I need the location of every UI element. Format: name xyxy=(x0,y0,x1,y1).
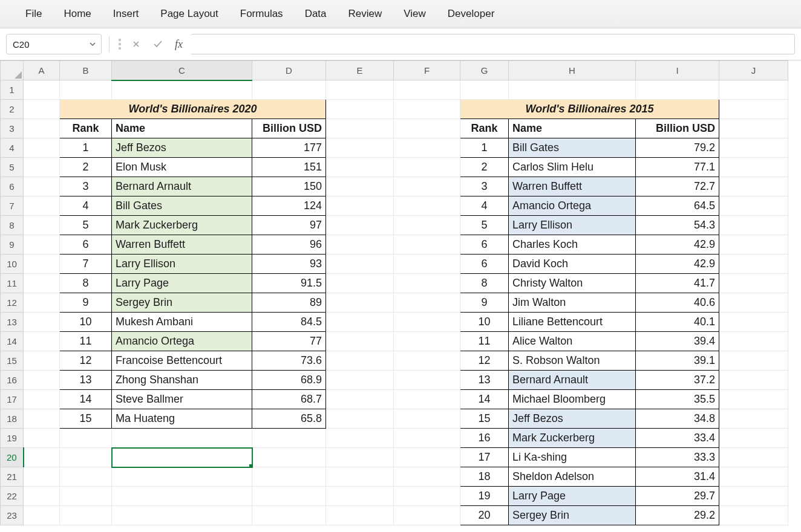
cell-J15[interactable] xyxy=(719,351,788,371)
cell-F3[interactable] xyxy=(394,119,460,138)
cell-D15[interactable]: 73.6 xyxy=(252,351,326,371)
cell-C16[interactable]: Zhong Shanshan xyxy=(112,371,252,390)
cell-I8[interactable]: 54.3 xyxy=(636,216,719,235)
row-header-13[interactable]: 13 xyxy=(1,313,24,332)
cell-I17[interactable]: 35.5 xyxy=(636,390,719,409)
cell-A10[interactable] xyxy=(24,255,60,274)
cell-I21[interactable]: 31.4 xyxy=(636,467,719,487)
cell-B16[interactable]: 13 xyxy=(60,371,112,390)
cell-J2[interactable] xyxy=(719,100,788,119)
cell-A22[interactable] xyxy=(24,487,60,506)
cell-C17[interactable]: Steve Ballmer xyxy=(112,390,252,409)
ribbon-tab-developer[interactable]: Developer xyxy=(437,4,506,24)
cell-I14[interactable]: 39.4 xyxy=(636,332,719,351)
cell-H7[interactable]: Amancio Ortega xyxy=(509,196,636,216)
cell-G15[interactable]: 12 xyxy=(460,351,509,371)
cell-D9[interactable]: 96 xyxy=(252,235,326,255)
cell-I10[interactable]: 42.9 xyxy=(636,255,719,274)
cell-C20[interactable] xyxy=(112,448,252,467)
cell-F17[interactable] xyxy=(394,390,460,409)
cell-G20[interactable]: 17 xyxy=(460,448,509,467)
cell-A6[interactable] xyxy=(24,177,60,196)
row-header-7[interactable]: 7 xyxy=(1,196,24,216)
row-header-2[interactable]: 2 xyxy=(1,100,24,119)
row-header-23[interactable]: 23 xyxy=(1,506,24,525)
cell-I5[interactable]: 77.1 xyxy=(636,158,719,177)
cell-E1[interactable] xyxy=(326,80,394,100)
cell-I1[interactable] xyxy=(636,80,719,100)
cell-B10[interactable]: 7 xyxy=(60,255,112,274)
cell-B8[interactable]: 5 xyxy=(60,216,112,235)
cell-B22[interactable] xyxy=(60,487,112,506)
cell-F22[interactable] xyxy=(394,487,460,506)
cell-B13[interactable]: 10 xyxy=(60,313,112,332)
cell-F13[interactable] xyxy=(394,313,460,332)
cell-J10[interactable] xyxy=(719,255,788,274)
cell-E22[interactable] xyxy=(326,487,394,506)
col-header-A[interactable]: A xyxy=(24,61,60,80)
cell-B3[interactable]: Rank xyxy=(60,119,112,138)
cell-F12[interactable] xyxy=(394,293,460,313)
cell-H15[interactable]: S. Robson Walton xyxy=(509,351,636,371)
cell-H18[interactable]: Jeff Bezos xyxy=(509,409,636,429)
cell-H13[interactable]: Liliane Bettencourt xyxy=(509,313,636,332)
cell-B21[interactable] xyxy=(60,467,112,487)
cell-C13[interactable]: Mukesh Ambani xyxy=(112,313,252,332)
cell-B19[interactable] xyxy=(60,429,112,448)
cell-D19[interactable] xyxy=(252,429,326,448)
cell-C18[interactable]: Ma Huateng xyxy=(112,409,252,429)
row-header-11[interactable]: 11 xyxy=(1,274,24,293)
col-header-J[interactable]: J xyxy=(719,61,788,80)
ribbon-tab-home[interactable]: Home xyxy=(53,4,102,24)
row-header-4[interactable]: 4 xyxy=(1,138,24,158)
cell-I20[interactable]: 33.3 xyxy=(636,448,719,467)
cell-A8[interactable] xyxy=(24,216,60,235)
cell-I3[interactable]: Billion USD xyxy=(636,119,719,138)
more-icon[interactable] xyxy=(117,37,123,51)
cell-J21[interactable] xyxy=(719,467,788,487)
cell-A14[interactable] xyxy=(24,332,60,351)
cell-G13[interactable]: 10 xyxy=(460,313,509,332)
cell-A21[interactable] xyxy=(24,467,60,487)
row-header-17[interactable]: 17 xyxy=(1,390,24,409)
cell-C8[interactable]: Mark Zuckerberg xyxy=(112,216,252,235)
cell-B6[interactable]: 3 xyxy=(60,177,112,196)
cell-G16[interactable]: 13 xyxy=(460,371,509,390)
select-all-corner[interactable] xyxy=(1,61,24,80)
cell-F1[interactable] xyxy=(394,80,460,100)
cell-D16[interactable]: 68.9 xyxy=(252,371,326,390)
cell-D21[interactable] xyxy=(252,467,326,487)
cell-B20[interactable] xyxy=(60,448,112,467)
cell-H3[interactable]: Name xyxy=(509,119,636,138)
cell-C9[interactable]: Warren Buffett xyxy=(112,235,252,255)
cell-J12[interactable] xyxy=(719,293,788,313)
cell-E6[interactable] xyxy=(326,177,394,196)
cell-I19[interactable]: 33.4 xyxy=(636,429,719,448)
col-header-C[interactable]: C xyxy=(112,61,252,80)
cell-B1[interactable] xyxy=(60,80,112,100)
cell-F10[interactable] xyxy=(394,255,460,274)
cell-C15[interactable]: Francoise Bettencourt xyxy=(112,351,252,371)
row-header-16[interactable]: 16 xyxy=(1,371,24,390)
row-header-19[interactable]: 19 xyxy=(1,429,24,448)
cell-E18[interactable] xyxy=(326,409,394,429)
cell-E11[interactable] xyxy=(326,274,394,293)
cell-E10[interactable] xyxy=(326,255,394,274)
cell-J8[interactable] xyxy=(719,216,788,235)
cell-E8[interactable] xyxy=(326,216,394,235)
cell-G21[interactable]: 18 xyxy=(460,467,509,487)
cell-D20[interactable] xyxy=(252,448,326,467)
cell-B5[interactable]: 2 xyxy=(60,158,112,177)
cell-B14[interactable]: 11 xyxy=(60,332,112,351)
cell-E9[interactable] xyxy=(326,235,394,255)
cell-D6[interactable]: 150 xyxy=(252,177,326,196)
row-header-20[interactable]: 20 xyxy=(1,448,24,467)
cell-E17[interactable] xyxy=(326,390,394,409)
col-header-H[interactable]: H xyxy=(509,61,636,80)
cell-C7[interactable]: Bill Gates xyxy=(112,196,252,216)
cell-D11[interactable]: 91.5 xyxy=(252,274,326,293)
table-2020-title[interactable]: World's Billionaires 2020 xyxy=(60,100,326,119)
cell-J6[interactable] xyxy=(719,177,788,196)
cell-E20[interactable] xyxy=(326,448,394,467)
cell-A3[interactable] xyxy=(24,119,60,138)
